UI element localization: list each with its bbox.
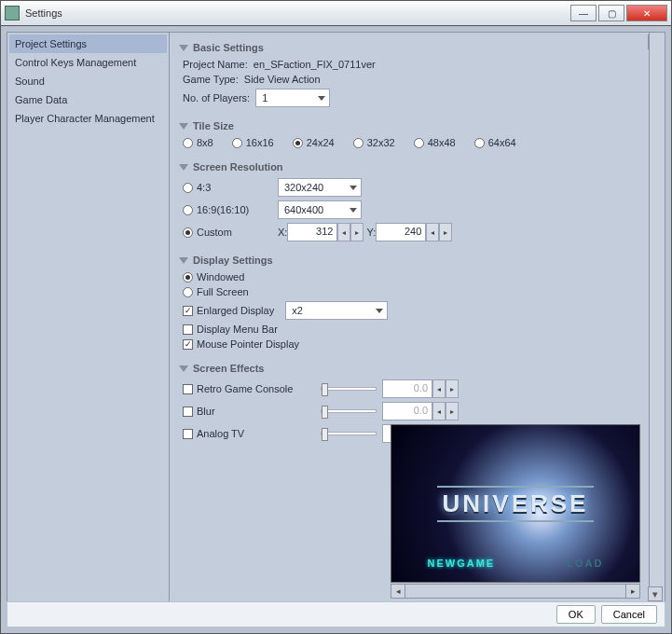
sidebar-item-control-keys[interactable]: Control Keys Management <box>9 53 167 72</box>
mouse-pointer-check[interactable]: Mouse Pointer Display <box>183 338 299 350</box>
tile-32x32-radio[interactable]: 32x32 <box>353 137 395 148</box>
minimize-button[interactable]: — <box>570 5 597 21</box>
project-name-label: Project Name: <box>183 59 248 70</box>
preview-hscrollbar[interactable]: ◂▸ <box>391 583 640 600</box>
sidebar-item-sound[interactable]: Sound <box>9 72 167 90</box>
fullscreen-radio[interactable]: Full Screen <box>183 286 249 297</box>
effect-retro-spinner[interactable]: 0.0◂▸ <box>382 379 459 398</box>
close-button[interactable]: ✕ <box>626 5 667 21</box>
spin-right-icon[interactable]: ▸ <box>446 379 459 398</box>
section-heading: Screen Effects <box>193 363 264 374</box>
ok-button[interactable]: OK <box>556 605 596 624</box>
effect-blur-slider[interactable] <box>321 409 377 413</box>
effect-retro-check[interactable]: Retro Game Console <box>183 383 304 394</box>
cancel-button[interactable]: Cancel <box>601 605 657 624</box>
spin-left-icon[interactable]: ◂ <box>432 402 446 420</box>
collapse-icon[interactable] <box>179 123 188 130</box>
res-16-9-dropdown[interactable]: 640x400 <box>278 200 362 219</box>
section-heading: Tile Size <box>193 120 234 131</box>
custom-y-spinner[interactable]: 240◂▸ <box>376 223 452 241</box>
collapse-icon[interactable] <box>179 45 188 51</box>
chevron-down-icon <box>350 208 357 213</box>
section-heading: Display Settings <box>193 255 273 266</box>
tile-16x16-radio[interactable]: 16x16 <box>232 137 274 148</box>
section-basic: Basic Settings Project Name: en_SFaction… <box>179 42 655 107</box>
tile-64x64-radio[interactable]: 64x64 <box>474 137 516 148</box>
chevron-down-icon <box>318 96 325 101</box>
ratio-4-3-radio[interactable]: 4:3 <box>183 182 267 193</box>
window-title: Settings <box>25 7 569 19</box>
y-label: Y: <box>366 227 376 238</box>
enlarged-display-check[interactable]: Enlarged Display <box>183 305 274 316</box>
app-icon <box>5 6 20 21</box>
collapse-icon[interactable] <box>179 257 188 264</box>
spin-left-icon[interactable]: ◂ <box>432 379 446 398</box>
spin-right-icon[interactable]: ▸ <box>350 223 363 241</box>
section-tile-size: Tile Size 8x8 16x16 24x24 32x32 48x48 64… <box>179 120 655 148</box>
effect-retro-slider[interactable] <box>321 387 377 391</box>
chevron-down-icon <box>376 309 383 313</box>
collapse-icon[interactable] <box>179 164 188 171</box>
preview-game-logo: UNIVERSE <box>437 486 595 522</box>
dialog-footer: OK Cancel <box>7 601 665 627</box>
custom-x-spinner[interactable]: 312◂▸ <box>287 223 363 241</box>
ratio-custom-radio[interactable]: Custom <box>183 227 267 238</box>
main-panel: ▴ Basic Settings Project Name: en_SFacti… <box>170 32 665 604</box>
tile-8x8-radio[interactable]: 8x8 <box>183 137 213 148</box>
effect-analog-slider[interactable] <box>321 432 377 435</box>
section-display-settings: Display Settings Windowed Full Screen En… <box>179 255 655 350</box>
spin-left-icon[interactable]: ◂ <box>426 223 439 241</box>
scroll-left-icon[interactable]: ◂ <box>391 584 405 599</box>
spin-right-icon[interactable]: ▸ <box>446 402 459 420</box>
preview-image: UNIVERSE NEWGAME LOAD <box>391 424 640 583</box>
preview-panel: UNIVERSE NEWGAME LOAD ◂▸ title 100% <box>391 424 640 604</box>
tile-24x24-radio[interactable]: 24x24 <box>293 137 335 148</box>
sidebar-item-project-settings[interactable]: Project Settings <box>9 34 167 53</box>
sidebar-item-game-data[interactable]: Game Data <box>9 90 167 109</box>
chevron-down-icon <box>350 186 357 190</box>
effect-blur-spinner[interactable]: 0.0◂▸ <box>382 402 459 420</box>
effect-analog-check[interactable]: Analog TV <box>183 428 304 439</box>
titlebar: Settings — ▢ ✕ <box>0 0 672 26</box>
x-label: X: <box>278 227 287 238</box>
section-heading: Screen Resolution <box>193 161 283 172</box>
section-heading: Basic Settings <box>193 42 264 53</box>
section-screen-resolution: Screen Resolution 4:3 320x240 16:9(16:10… <box>179 161 655 241</box>
game-type-label: Game Type: <box>183 74 239 85</box>
spin-left-icon[interactable]: ◂ <box>337 223 350 241</box>
preview-load-label: LOAD <box>567 558 603 569</box>
sidebar-item-player-character[interactable]: Player Character Management <box>9 109 167 128</box>
settings-sidebar: Project Settings Control Keys Management… <box>7 32 170 604</box>
res-4-3-dropdown[interactable]: 320x240 <box>278 178 362 197</box>
num-players-label: No. of Players: <box>183 92 250 103</box>
num-players-dropdown[interactable]: 1 <box>255 89 330 107</box>
display-menu-bar-check[interactable]: Display Menu Bar <box>183 324 278 335</box>
maximize-button[interactable]: ▢ <box>598 5 624 21</box>
scroll-right-icon[interactable]: ▸ <box>625 584 640 599</box>
game-type-value: Side View Action <box>244 74 321 85</box>
tile-48x48-radio[interactable]: 48x48 <box>414 137 456 148</box>
vertical-scrollbar[interactable] <box>649 33 665 603</box>
collapse-icon[interactable] <box>179 365 188 372</box>
effect-blur-check[interactable]: Blur <box>183 406 304 417</box>
preview-newgame-label: NEWGAME <box>428 558 496 569</box>
ratio-16-9-radio[interactable]: 16:9(16:10) <box>183 204 267 215</box>
windowed-radio[interactable]: Windowed <box>183 271 244 283</box>
spin-right-icon[interactable]: ▸ <box>439 223 452 241</box>
enlarged-display-dropdown[interactable]: x2 <box>285 301 388 320</box>
project-name-value: en_SFaction_FIX_0711ver <box>254 59 376 70</box>
scroll-down-button[interactable]: ▾ <box>648 586 663 601</box>
